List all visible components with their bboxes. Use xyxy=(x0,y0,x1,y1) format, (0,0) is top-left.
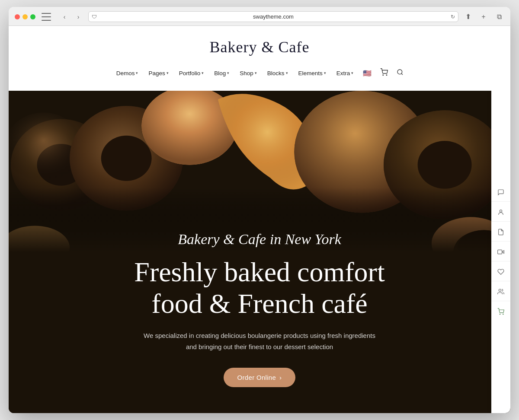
site-header: Bakery & Cafe Demos ▾ Pages ▾ Portfolio … xyxy=(9,26,510,91)
minimize-button[interactable] xyxy=(22,14,28,19)
hero-section: Bakery & Cafe in New York Freshly baked … xyxy=(9,91,510,413)
browser-chrome: ‹ › 🛡 swaytheme.com ↻ ⬆ + ⧉ xyxy=(9,7,510,26)
file-icon-btn[interactable] xyxy=(491,223,510,242)
svg-rect-26 xyxy=(498,250,502,254)
nav-extra[interactable]: Extra ▾ xyxy=(332,67,358,79)
nav-demos[interactable]: Demos ▾ xyxy=(112,67,143,79)
shopping-cart-icon-btn[interactable] xyxy=(491,302,510,321)
chevron-down-icon: ▾ xyxy=(227,71,229,75)
browser-window: ‹ › 🛡 swaytheme.com ↻ ⬆ + ⧉ Bakery & Caf… xyxy=(9,7,510,413)
share-button[interactable]: ⬆ xyxy=(463,12,473,22)
svg-point-27 xyxy=(499,289,501,291)
arrow-icon: › xyxy=(279,374,282,381)
main-navigation: Demos ▾ Pages ▾ Portfolio ▾ Blog ▾ Shop xyxy=(17,63,502,83)
chevron-down-icon: ▾ xyxy=(167,71,169,75)
chevron-down-icon: ▾ xyxy=(202,71,204,75)
svg-point-28 xyxy=(500,314,500,314)
new-tab-button[interactable]: + xyxy=(478,12,489,22)
chevron-down-icon: ▾ xyxy=(255,71,257,75)
chat-icon-btn[interactable] xyxy=(491,183,510,202)
svg-point-1 xyxy=(387,75,388,76)
website-content: Bakery & Cafe Demos ▾ Pages ▾ Portfolio … xyxy=(9,26,510,413)
heart-icon-btn[interactable] xyxy=(491,262,510,281)
sidebar-toggle[interactable] xyxy=(42,13,51,21)
user-icon-btn[interactable] xyxy=(491,203,510,222)
chevron-down-icon: ▾ xyxy=(324,71,326,75)
floating-sidebar xyxy=(491,91,510,413)
nav-shop[interactable]: Shop ▾ xyxy=(235,67,261,79)
tabs-button[interactable]: ⧉ xyxy=(494,12,504,22)
site-title: Bakery & Cafe xyxy=(17,38,502,56)
chevron-down-icon: ▾ xyxy=(136,71,138,75)
address-bar[interactable]: swaytheme.com xyxy=(88,11,458,22)
nav-pages[interactable]: Pages ▾ xyxy=(144,67,173,79)
forward-button[interactable]: › xyxy=(73,12,84,22)
nav-blocks[interactable]: Blocks ▾ xyxy=(263,67,292,79)
svg-marker-25 xyxy=(502,250,504,253)
cart-nav-icon[interactable] xyxy=(377,66,391,80)
browser-nav: ‹ › xyxy=(59,12,84,22)
hero-title: Freshly baked comfort food & French café xyxy=(134,256,384,320)
people-icon-btn[interactable] xyxy=(491,282,510,301)
svg-point-24 xyxy=(500,210,502,212)
browser-actions: ⬆ + ⧉ xyxy=(463,12,504,22)
svg-point-2 xyxy=(397,70,402,74)
security-icon: 🛡 xyxy=(92,14,97,20)
order-online-button[interactable]: Order Online › xyxy=(224,368,296,387)
video-icon-btn[interactable] xyxy=(491,242,510,261)
nav-portfolio[interactable]: Portfolio ▾ xyxy=(175,67,208,79)
reload-icon[interactable]: ↻ xyxy=(451,14,455,20)
svg-point-29 xyxy=(503,314,503,314)
svg-line-3 xyxy=(401,73,403,75)
search-nav-icon[interactable] xyxy=(393,66,407,80)
language-flag[interactable]: 🇺🇸 xyxy=(359,67,375,80)
back-button[interactable]: ‹ xyxy=(59,12,70,22)
nav-elements[interactable]: Elements ▾ xyxy=(294,67,330,79)
nav-blog[interactable]: Blog ▾ xyxy=(210,67,234,79)
address-bar-wrapper: 🛡 swaytheme.com ↻ xyxy=(88,11,458,22)
svg-point-0 xyxy=(383,75,384,76)
hero-content: Bakery & Cafe in New York Freshly baked … xyxy=(9,91,510,413)
hero-subtitle: Bakery & Cafe in New York xyxy=(178,231,341,248)
maximize-button[interactable] xyxy=(30,14,35,19)
chevron-down-icon: ▾ xyxy=(286,71,288,75)
traffic-lights xyxy=(15,14,35,19)
close-button[interactable] xyxy=(15,14,20,19)
chevron-down-icon: ▾ xyxy=(351,71,353,75)
hero-description: We specialized in creating delicious bou… xyxy=(143,330,376,352)
